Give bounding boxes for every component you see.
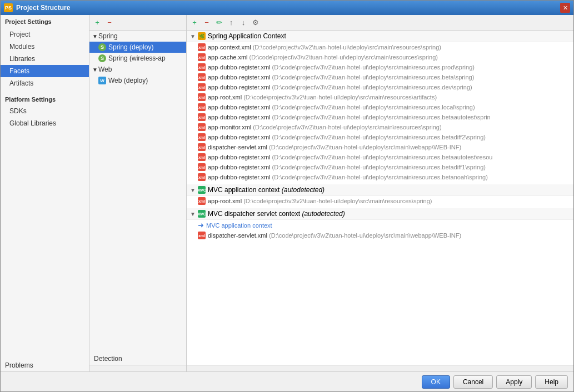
- tree-item-spring-wireless[interactable]: S Spring (wireless-ap: [89, 53, 186, 64]
- remove-button[interactable]: −: [104, 17, 115, 28]
- detection-item[interactable]: Detection: [89, 353, 186, 365]
- right-edit-button[interactable]: ✏: [213, 17, 224, 28]
- tree-item-web-deploy[interactable]: W Web (deploy): [89, 75, 186, 86]
- web-expand-arrow: ▼: [92, 67, 98, 73]
- tree-item-spring-group[interactable]: ▼ Spring: [89, 31, 186, 42]
- xml-icon: xml: [198, 153, 206, 161]
- sidebar: Project Settings Project Modules Librari…: [1, 15, 89, 371]
- right-add-button[interactable]: +: [189, 17, 200, 28]
- table-row: ➜ MVC application context: [187, 220, 573, 230]
- spring-context-header: ▼ 🌿 Spring Application Context: [187, 31, 573, 42]
- spring-folder-icon: 🌿: [198, 32, 206, 40]
- sidebar-item-sdks[interactable]: SDKs: [1, 105, 89, 117]
- web-deploy-icon: W: [98, 77, 106, 84]
- xml-icon: xml: [198, 143, 206, 151]
- table-row: xml app-dubbo-register.xml (D:\code\proj…: [187, 62, 573, 72]
- link-arrow-icon: ➜: [198, 221, 204, 229]
- sidebar-item-artifacts[interactable]: Artifacts: [1, 77, 89, 89]
- sidebar-item-modules[interactable]: Modules: [1, 41, 89, 53]
- table-row: xml app-monitor.xml (D:\code\project\v3\…: [187, 122, 573, 132]
- right-down-button[interactable]: ↓: [238, 17, 249, 28]
- middle-toolbar: + −: [89, 15, 186, 31]
- mvc-section-arrow: ▼: [190, 187, 197, 193]
- table-row: xml app-cache.xml (D:\code\project\v3\v2…: [187, 52, 573, 62]
- title-bar: PS Project Structure ✕: [1, 1, 573, 15]
- apply-button[interactable]: Apply: [496, 375, 532, 389]
- sidebar-item-project[interactable]: Project: [1, 28, 89, 41]
- table-row: xml dispatcher-servlet.xml (D:\code\proj…: [187, 230, 573, 240]
- table-row: xml app-dubbo-register.xml (D:\code\proj…: [187, 72, 573, 82]
- sidebar-item-facets[interactable]: Facets: [1, 65, 89, 77]
- table-row: xml app-dubbo-register.xml (D:\code\proj…: [187, 132, 573, 142]
- xml-icon: xml: [198, 43, 206, 51]
- xml-icon: xml: [198, 133, 206, 141]
- table-row: xml dispatcher-servlet.xml (D:\code\proj…: [187, 142, 573, 152]
- xml-icon: xml: [198, 123, 206, 131]
- web-deploy-label: Web (deploy): [108, 77, 148, 84]
- web-group-label: Web: [98, 66, 112, 73]
- table-row: xml app-context.xml (D:\code\project\v3\…: [187, 42, 573, 52]
- xml-icon: xml: [198, 53, 206, 61]
- table-row: xml app-dubbo-register.xml (D:\code\proj…: [187, 172, 573, 182]
- mvc-icon: MVC: [198, 186, 206, 194]
- table-row: xml app-dubbo-register.xml (D:\code\proj…: [187, 112, 573, 122]
- project-settings-header: Project Settings: [1, 15, 89, 28]
- tree-item-web-group[interactable]: ▼ Web: [89, 64, 186, 75]
- spring-context-title: Spring Application Context: [208, 32, 286, 40]
- right-toolbar: + − ✏ ↑ ↓ ⚙: [187, 15, 573, 31]
- platform-settings-header: Platform Settings: [1, 92, 89, 105]
- xml-icon: xml: [198, 93, 206, 101]
- help-button[interactable]: Help: [535, 375, 568, 389]
- bottom-panel: OK Cancel Apply Help: [1, 371, 573, 391]
- tree-item-spring-deploy[interactable]: S Spring (deploy): [89, 42, 186, 53]
- xml-icon: xml: [198, 83, 206, 91]
- xml-icon: xml: [198, 197, 206, 205]
- main-content: Project Settings Project Modules Librari…: [1, 15, 573, 371]
- detection-label: Detection: [94, 355, 122, 363]
- xml-icon: xml: [198, 163, 206, 171]
- sidebar-item-global-libraries[interactable]: Global Libraries: [1, 117, 89, 129]
- mvc-context-title: MVC application context (autodetected): [208, 186, 325, 194]
- cancel-button[interactable]: Cancel: [453, 375, 493, 389]
- middle-panel: + − ▼ Spring S Spring (deploy) S Spring …: [89, 15, 187, 371]
- xml-icon: xml: [198, 113, 206, 121]
- window-title: Project Structure: [16, 4, 560, 12]
- spring-group-label: Spring: [98, 32, 118, 40]
- table-row: xml app-dubbo-register.xml (D:\code\proj…: [187, 102, 573, 112]
- xml-icon: xml: [198, 73, 206, 81]
- middle-scrollbar[interactable]: [89, 365, 186, 371]
- table-row: xml app-root.xml (D:\code\project\v3\v2\…: [187, 92, 573, 102]
- add-button[interactable]: +: [92, 17, 103, 28]
- right-remove-button[interactable]: −: [201, 17, 212, 28]
- mvc-link-label: MVC application context: [206, 222, 272, 229]
- mvc-context-header: ▼ MVC MVC application context (autodetec…: [187, 184, 573, 196]
- table-row: xml app-dubbo-register.xml (D:\code\proj…: [187, 82, 573, 92]
- mvc-dispatcher-arrow: ▼: [190, 211, 197, 217]
- mvc-dispatcher-title: MVC dispatcher servlet context (autodete…: [208, 210, 345, 218]
- app-icon: PS: [4, 3, 13, 12]
- sidebar-item-libraries[interactable]: Libraries: [1, 53, 89, 65]
- right-panel: + − ✏ ↑ ↓ ⚙ ▼ 🌿 Spring Application Conte…: [187, 15, 573, 371]
- xml-icon: xml: [198, 232, 206, 239]
- xml-icon: xml: [198, 63, 206, 71]
- project-structure-window: PS Project Structure ✕ Project Settings …: [0, 0, 574, 392]
- table-row: xml app-root.xml (D:\code\project\v3\v2\…: [187, 196, 573, 206]
- right-up-button[interactable]: ↑: [226, 17, 237, 28]
- xml-icon: xml: [198, 173, 206, 181]
- xml-icon: xml: [198, 103, 206, 111]
- right-more-button[interactable]: ⚙: [250, 17, 261, 28]
- spring-section-arrow: ▼: [190, 33, 197, 39]
- mvc-dispatcher-header: ▼ MVC MVC dispatcher servlet context (au…: [187, 208, 573, 220]
- table-row: xml app-dubbo-register.xml (D:\code\proj…: [187, 152, 573, 162]
- expand-arrow: ▼: [92, 33, 98, 39]
- right-content: ▼ 🌿 Spring Application Context xml app-c…: [187, 31, 573, 365]
- right-scrollbar[interactable]: [187, 365, 573, 371]
- ok-button[interactable]: OK: [422, 375, 450, 389]
- close-button[interactable]: ✕: [560, 3, 570, 13]
- spring-wireless-label: Spring (wireless-ap: [108, 54, 166, 62]
- spring-deploy-label: Spring (deploy): [108, 43, 153, 51]
- spring-deploy-icon: S: [98, 43, 106, 51]
- sidebar-item-problems[interactable]: Problems: [1, 358, 89, 371]
- table-row: xml app-dubbo-register.xml (D:\code\proj…: [187, 162, 573, 172]
- mvc-dispatcher-icon: MVC: [198, 210, 206, 218]
